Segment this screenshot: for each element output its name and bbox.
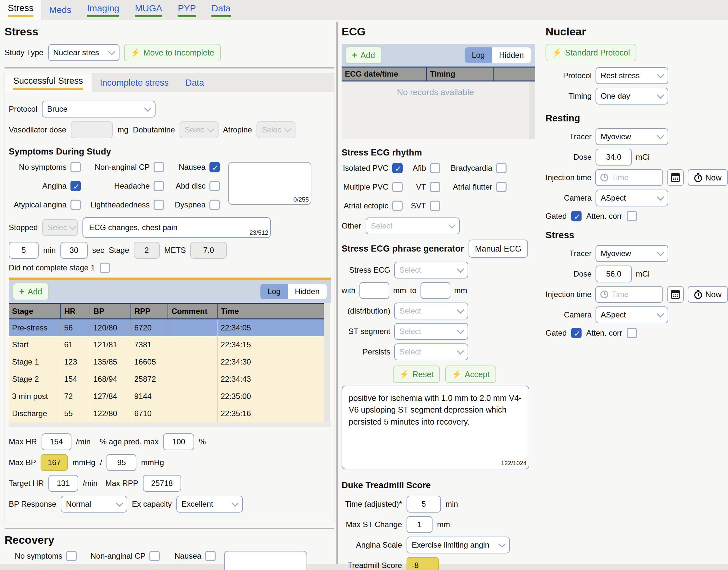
atropine-select[interactable]: Selec <box>257 121 295 138</box>
resting-tracer-select[interactable]: Myoview <box>595 128 668 145</box>
symptoms-note-textarea[interactable]: 0/255 <box>228 162 311 205</box>
accept-button[interactable]: ⚡ Accept <box>445 365 496 383</box>
max-rpp-input[interactable]: 25718 <box>143 475 181 492</box>
isolated-pvc-checkbox[interactable] <box>392 163 403 173</box>
persists-select[interactable]: Select <box>394 343 468 360</box>
seconds-input[interactable]: 30 <box>60 242 88 259</box>
hidden-toggle-segment[interactable]: Hidden <box>492 47 531 63</box>
nav-tab-data[interactable]: Data <box>204 0 238 20</box>
tab-incomplete-stress[interactable]: Incomplete stress <box>91 73 177 92</box>
treadmill-score-input[interactable]: -8 <box>407 557 439 570</box>
resting-gated-checkbox[interactable] <box>571 211 581 221</box>
other-rhythm-select[interactable]: Select <box>366 218 460 234</box>
add-ecg-button[interactable]: + Add <box>345 46 382 64</box>
table-row[interactable]: Discharge55122/80671022:35:16 <box>9 405 324 422</box>
max-bp-systolic-input[interactable]: 167 <box>41 454 68 471</box>
atrial-ectopic-checkbox[interactable] <box>392 201 403 211</box>
table-row[interactable]: 3 min post72127/84914422:35:00 <box>9 388 324 405</box>
table-scrollbar[interactable] <box>529 81 535 139</box>
target-hr-input[interactable]: 131 <box>48 475 78 492</box>
multiple-pvc-checkbox[interactable] <box>392 182 403 192</box>
atrial-flutter-checkbox[interactable] <box>496 182 507 192</box>
bp-response-select[interactable]: Normal <box>61 496 127 513</box>
afib-checkbox[interactable] <box>430 163 440 173</box>
standard-protocol-button[interactable]: ⚡ Standard Protocol <box>545 44 637 61</box>
reset-button[interactable]: ⚡ Reset <box>393 365 440 383</box>
svt-checkbox[interactable] <box>430 201 440 211</box>
mm-from-input[interactable] <box>359 282 389 299</box>
max-bp-diastolic-input[interactable]: 95 <box>106 454 137 471</box>
dobutamine-select[interactable]: Selec <box>180 121 219 138</box>
bradycardia-checkbox[interactable] <box>496 163 507 173</box>
stress-calendar-button[interactable] <box>667 286 684 303</box>
non-anginal-cp-checkbox[interactable] <box>149 551 160 561</box>
log-toggle-segment[interactable]: Log <box>465 47 492 63</box>
ecg-findings-textarea[interactable]: positive for ischemia with 1.0 mm to 2.0… <box>341 386 529 469</box>
stopped-select[interactable]: Selec <box>42 219 78 236</box>
protocol-select[interactable]: Bruce <box>42 101 156 117</box>
resting-now-button[interactable]: Now <box>688 169 728 186</box>
st-segment-select[interactable]: Select <box>394 323 468 340</box>
table-row[interactable]: Stage 2154168/942587222:34:43 <box>9 371 324 388</box>
table-row[interactable]: Start61121/81738122:34:15 <box>9 336 324 353</box>
nav-tab-imaging[interactable]: Imaging <box>79 0 127 20</box>
duke-st-input[interactable]: 1 <box>407 516 433 533</box>
nuclear-protocol-select[interactable]: Rest stress <box>595 67 668 84</box>
nav-tab-muga[interactable]: MUGA <box>127 0 170 20</box>
study-type-select[interactable]: Nuclear stres <box>48 44 119 61</box>
tab-data[interactable]: Data <box>177 73 212 92</box>
resting-camera-select[interactable]: ASpect <box>595 190 668 207</box>
angina-scale-select[interactable]: Exercise limiting angin <box>407 537 510 553</box>
table-scrollbar[interactable] <box>324 303 330 422</box>
angina-checkbox[interactable] <box>70 181 81 191</box>
ex-capacity-select[interactable]: Excellent <box>176 496 243 513</box>
headache-checkbox[interactable] <box>154 181 164 191</box>
no-symptoms-checkbox[interactable] <box>66 551 77 561</box>
stress-gated-checkbox[interactable] <box>571 328 581 338</box>
move-to-incomplete-button[interactable]: ⚡ Move to Incomplete <box>124 44 221 61</box>
nav-tab-pyp[interactable]: PYP <box>170 0 204 20</box>
nausea-checkbox[interactable] <box>209 162 220 172</box>
manual-ecg-button[interactable]: Manual ECG <box>469 240 528 258</box>
resting-atten-corr-checkbox[interactable] <box>627 211 637 221</box>
table-row[interactable]: Stage 1123135/851660522:34:30 <box>9 353 324 371</box>
stress-injection-time-input[interactable]: Time <box>595 286 663 303</box>
stage-input[interactable]: 2 <box>134 242 160 259</box>
log-toggle-segment[interactable]: Log <box>260 284 288 299</box>
recovery-note-textarea[interactable]: 0/255 <box>224 551 307 570</box>
stress-now-button[interactable]: Now <box>688 286 728 303</box>
vasodilator-input[interactable] <box>71 121 113 138</box>
duke-time-input[interactable]: 5 <box>407 496 441 513</box>
nav-tab-meds[interactable]: Meds <box>41 0 79 20</box>
no-symptoms-checkbox[interactable] <box>70 162 81 172</box>
nav-tab-stress[interactable]: Stress <box>0 0 41 20</box>
did-not-complete-checkbox[interactable] <box>100 263 110 273</box>
nausea-checkbox[interactable] <box>205 551 216 561</box>
table-row[interactable]: Pre-stress56120/80672022:34:05 <box>9 319 324 336</box>
age-pred-input[interactable]: 100 <box>163 434 194 450</box>
non-anginal-cp-checkbox[interactable] <box>154 162 164 172</box>
abd-disc-checkbox[interactable] <box>209 181 220 191</box>
stress-dose-input[interactable]: 56.0 <box>595 266 632 282</box>
resting-injection-time-input[interactable]: Time <box>595 169 663 186</box>
add-vitals-button[interactable]: + Add <box>13 283 49 300</box>
distribution-select[interactable]: Select <box>394 303 468 319</box>
resting-dose-input[interactable]: 34.0 <box>595 149 632 166</box>
hidden-toggle-segment[interactable]: Hidden <box>288 284 327 299</box>
stress-camera-select[interactable]: ASpect <box>595 306 668 323</box>
stress-ecg-select[interactable]: Select <box>394 262 468 279</box>
lightheadedness-checkbox[interactable] <box>154 200 164 210</box>
mm-to-input[interactable] <box>421 282 450 299</box>
stress-atten-corr-checkbox[interactable] <box>627 328 637 338</box>
minutes-input[interactable]: 5 <box>9 242 39 259</box>
vt-checkbox[interactable] <box>430 182 440 192</box>
dyspnea-checkbox[interactable] <box>209 200 220 210</box>
nuclear-timing-select[interactable]: One day <box>595 88 668 104</box>
atypical-angina-checkbox[interactable] <box>70 200 81 210</box>
stress-tracer-select[interactable]: Myoview <box>595 245 668 262</box>
resting-calendar-button[interactable] <box>667 169 684 186</box>
stopped-note-textarea[interactable]: ECG changes, chest pain 23/512 <box>82 217 271 238</box>
mets-input[interactable]: 7.0 <box>190 242 227 259</box>
tab-successful-stress[interactable]: Successful Stress <box>5 73 91 92</box>
max-hr-input[interactable]: 154 <box>42 434 71 450</box>
